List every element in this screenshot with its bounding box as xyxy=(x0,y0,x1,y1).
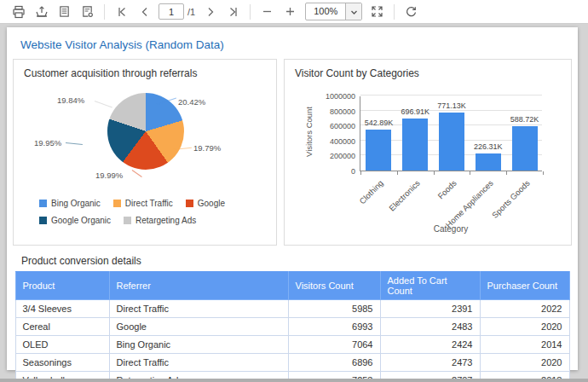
table-cell: 5985 xyxy=(288,300,380,318)
table-cell: 2022 xyxy=(480,300,569,318)
legend-item[interactable]: Direct Traffic xyxy=(113,199,173,208)
charts-row: Customer acquisition through referrals 2… xyxy=(7,51,578,246)
bar xyxy=(476,153,501,171)
table-cell: Direct Traffic xyxy=(109,354,288,372)
x-tick-mark xyxy=(506,171,507,175)
report-page: Website Visitor Analysis (Random Data) C… xyxy=(7,27,578,370)
table-cell: 2473 xyxy=(380,354,480,372)
legend-swatch xyxy=(186,200,193,207)
document-icon xyxy=(58,5,71,18)
table-column-header: Product xyxy=(15,272,109,300)
pie-leader-line xyxy=(66,142,83,145)
bar-value-label: 588.72K xyxy=(498,115,552,124)
previous-page-button[interactable] xyxy=(133,2,156,22)
bar xyxy=(512,126,538,171)
legend-label: Bing Organic xyxy=(51,199,101,208)
table-title: Product conversion details xyxy=(7,246,578,271)
chevron-down-icon xyxy=(350,4,358,20)
legend-label: Google Organic xyxy=(51,216,111,225)
export-button[interactable] xyxy=(30,2,53,22)
table-cell: 2391 xyxy=(380,300,480,318)
table-column-header: Visitors Count xyxy=(288,272,380,300)
fullscreen-button[interactable] xyxy=(366,2,389,22)
table-cell: 2014 xyxy=(480,336,569,354)
minus-icon xyxy=(262,6,273,17)
pie-slice-label: 19.99% xyxy=(95,171,123,180)
y-tick-label: 600000 xyxy=(303,122,355,130)
pie-leader-line xyxy=(132,170,142,177)
y-tick-label: 200000 xyxy=(303,152,355,160)
export-icon xyxy=(35,5,49,19)
table-cell: 2483 xyxy=(380,318,480,336)
table-row: SeasoningsDirect Traffic689624732020 xyxy=(15,354,569,372)
refresh-button[interactable] xyxy=(400,2,423,22)
page-number-input[interactable] xyxy=(159,3,184,20)
pie-chart-panel: Customer acquisition through referrals 2… xyxy=(13,59,277,246)
zoom-select[interactable]: 100% xyxy=(305,3,362,20)
legend-label: Direct Traffic xyxy=(125,199,173,208)
table-cell: 7064 xyxy=(288,336,380,354)
legend-item[interactable]: Google xyxy=(186,199,225,208)
table-column-header: Purchaser Count xyxy=(480,272,569,300)
fullscreen-icon xyxy=(371,5,383,18)
legend-label: Retargeting Ads xyxy=(135,216,196,225)
table-cell: Cereal xyxy=(15,318,109,336)
y-tick-label: 1000000 xyxy=(303,92,355,101)
bar-value-label: 226.31K xyxy=(461,142,516,151)
pie-slice-label: 19.84% xyxy=(57,96,84,105)
pie-leader-line xyxy=(95,101,112,107)
bar-plot: 02000004000006000008000001000000542.89KC… xyxy=(360,96,542,171)
legend-item[interactable]: Bing Organic xyxy=(39,199,101,208)
table-cell: Seasonings xyxy=(15,354,109,372)
x-tick-mark xyxy=(543,171,544,175)
toolbar-separator xyxy=(250,4,251,20)
legend-item[interactable]: Retargeting Ads xyxy=(124,216,196,225)
toolbar-separator xyxy=(394,4,395,20)
product-conversion-table: ProductReferrerVisitors CountAdded To Ca… xyxy=(15,271,570,382)
table-column-header: Added To Cart Count xyxy=(380,272,480,300)
parameters-button[interactable] xyxy=(76,2,99,22)
legend-swatch xyxy=(39,200,47,207)
zoom-level-value: 100% xyxy=(306,3,345,20)
last-page-button[interactable] xyxy=(222,2,245,22)
pie-slice-label: 19.79% xyxy=(193,143,221,153)
last-page-icon xyxy=(228,6,239,18)
table-cell: Direct Traffic xyxy=(109,300,288,318)
x-tick-mark xyxy=(434,171,435,175)
table-cell: Bing Organic xyxy=(109,336,288,354)
table-cell: 2020 xyxy=(480,354,569,372)
bar xyxy=(366,130,391,171)
zoom-dropdown-button[interactable] xyxy=(345,3,361,20)
print-button[interactable] xyxy=(7,2,30,22)
chevron-left-icon xyxy=(139,6,151,18)
toolbar-separator xyxy=(104,4,105,20)
pie-chart-title: Customer acquisition through referrals xyxy=(14,60,276,79)
report-title: Website Visitor Analysis (Random Data) xyxy=(7,27,578,51)
zoom-out-button[interactable] xyxy=(256,2,279,22)
table-column-header: Referrer xyxy=(109,272,288,300)
pie-slice-label: 19.95% xyxy=(34,138,61,148)
table-cell: 2020 xyxy=(480,318,569,336)
bar xyxy=(402,119,428,171)
legend-swatch xyxy=(124,217,131,224)
legend-item[interactable]: Google Organic xyxy=(39,216,111,225)
report-viewer-area: Website Visitor Analysis (Random Data) C… xyxy=(0,24,588,382)
table-cell: 3/4 Sleeves xyxy=(15,300,109,318)
pie-slice-label: 20.42% xyxy=(178,97,205,107)
zoom-in-button[interactable] xyxy=(279,2,302,22)
y-axis-title: Visitors Count xyxy=(304,90,314,175)
first-page-button[interactable] xyxy=(110,2,133,22)
bar-chart-title: Visitor Count by Categories xyxy=(285,60,571,79)
table-row: 3/4 SleevesDirect Traffic598523912022 xyxy=(15,300,569,318)
legend-swatch xyxy=(39,217,47,224)
legend-label: Google xyxy=(198,199,225,208)
bar-chart-panel: Visitor Count by Categories Visitors Cou… xyxy=(284,59,572,246)
print-layout-button[interactable] xyxy=(53,2,76,22)
pie-chart-area: 20.42%19.79%19.99%19.95%19.84% xyxy=(14,86,276,194)
x-axis-title: Category xyxy=(360,224,542,234)
refresh-icon xyxy=(405,5,418,18)
x-tick-mark xyxy=(397,171,398,175)
toolbar: /1 100% xyxy=(0,0,588,24)
table-row: OLEDBing Organic706424242014 xyxy=(15,336,569,354)
next-page-button[interactable] xyxy=(199,2,222,22)
